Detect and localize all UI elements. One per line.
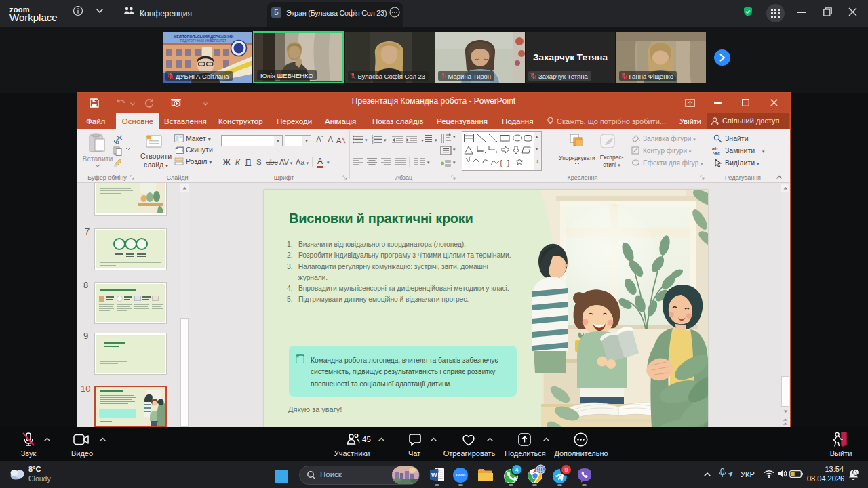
svg-text:ac: ac [715,151,720,156]
svg-text:3: 3 [372,141,374,144]
svg-text:ПЕДАГОГІЧНИЙ УНІВЕРСИТЕТ: ПЕДАГОГІЧНИЙ УНІВЕРСИТЕТ [180,38,227,43]
svg-text:{: { [500,159,502,167]
svg-text:}: } [507,159,510,167]
svg-text:W: W [431,472,437,479]
svg-text:МЕЛІТОПОЛЬСЬКИЙ ДЕРЖАВНИЙ: МЕЛІТОПОЛЬСЬКИЙ ДЕРЖАВНИЙ [174,34,234,39]
svg-text:A: A [336,136,342,144]
